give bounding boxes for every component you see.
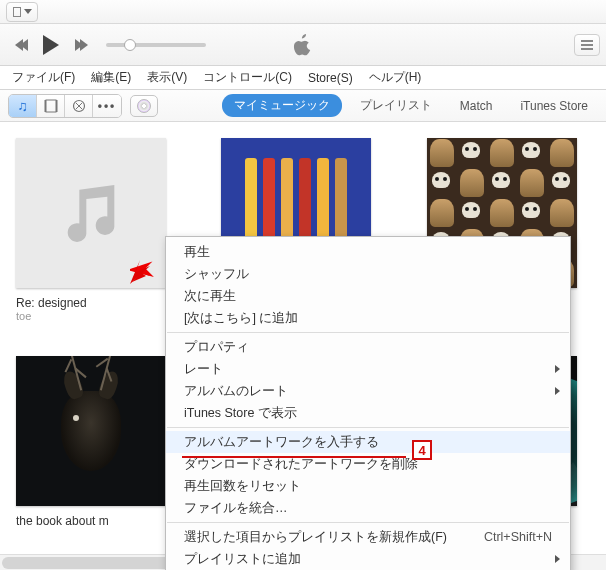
media-type-segmented: ♫ ••• bbox=[8, 94, 122, 118]
tab-itunes-store[interactable]: iTunes Store bbox=[510, 96, 598, 116]
cd-icon bbox=[137, 99, 151, 113]
context-menu: 再生 シャッフル 次に再生 [次はこちら] に追加 プロパティ レート アルバム… bbox=[165, 236, 571, 570]
ctx-add-upnext[interactable]: [次はこちら] に追加 bbox=[166, 307, 570, 329]
album-art-placeholder bbox=[16, 138, 166, 288]
album-artist: toe bbox=[16, 310, 166, 322]
svg-rect-0 bbox=[46, 100, 56, 112]
ctx-separator bbox=[167, 427, 569, 428]
album-art bbox=[16, 356, 166, 506]
tab-playlists[interactable]: プレイリスト bbox=[350, 94, 442, 117]
music-note-icon bbox=[56, 178, 126, 248]
apps-icon bbox=[72, 99, 86, 113]
ctx-separator bbox=[167, 332, 569, 333]
svg-rect-2 bbox=[56, 100, 58, 112]
ctx-item-label: 選択した項目からプレイリストを新規作成(F) bbox=[184, 529, 447, 546]
tab-my-music[interactable]: マイミュージック bbox=[222, 94, 342, 117]
annotation-underline bbox=[182, 456, 406, 458]
apple-logo bbox=[293, 24, 313, 66]
media-apps[interactable] bbox=[65, 95, 93, 117]
ctx-separator bbox=[167, 522, 569, 523]
ctx-play-next[interactable]: 次に再生 bbox=[166, 285, 570, 307]
sidebar-toggle-button[interactable] bbox=[6, 2, 38, 22]
menu-file[interactable]: ファイル(F) bbox=[6, 67, 81, 88]
next-button[interactable] bbox=[66, 30, 96, 60]
ctx-get-album-artwork[interactable]: アルバムアートワークを入手する bbox=[166, 431, 570, 453]
media-movies[interactable] bbox=[37, 95, 65, 117]
ctx-shortcut: Ctrl+Shift+N bbox=[464, 530, 552, 544]
ctx-reset-play-count[interactable]: 再生回数をリセット bbox=[166, 475, 570, 497]
volume-slider[interactable] bbox=[106, 43, 206, 47]
toolbar: ♫ ••• マイミュージック プレイリスト Match iTunes Store bbox=[0, 90, 606, 122]
titlebar bbox=[0, 0, 606, 24]
apple-icon bbox=[293, 34, 313, 56]
annotation-number-box: 4 bbox=[412, 440, 432, 460]
play-button[interactable] bbox=[36, 30, 66, 60]
album-title: Re: designed bbox=[16, 296, 166, 310]
menu-store[interactable]: Store(S) bbox=[302, 69, 359, 87]
menu-edit[interactable]: 編集(E) bbox=[85, 67, 137, 88]
media-more[interactable]: ••• bbox=[93, 95, 121, 117]
film-icon bbox=[44, 99, 58, 113]
ctx-shuffle[interactable]: シャッフル bbox=[166, 263, 570, 285]
menubar: ファイル(F) 編集(E) 表示(V) コントロール(C) Store(S) ヘ… bbox=[0, 66, 606, 90]
media-music[interactable]: ♫ bbox=[9, 95, 37, 117]
prev-icon bbox=[15, 39, 28, 51]
ctx-play[interactable]: 再生 bbox=[166, 241, 570, 263]
more-icon: ••• bbox=[98, 99, 117, 113]
playback-bar bbox=[0, 24, 606, 66]
ctx-add-to-playlist[interactable]: プレイリストに追加 bbox=[166, 548, 570, 570]
menu-control[interactable]: コントロール(C) bbox=[197, 67, 298, 88]
ctx-consolidate-files[interactable]: ファイルを統合… bbox=[166, 497, 570, 519]
next-icon bbox=[75, 39, 88, 51]
menu-help[interactable]: ヘルプ(H) bbox=[363, 67, 428, 88]
ctx-properties[interactable]: プロパティ bbox=[166, 336, 570, 358]
ctx-new-playlist-from-selection[interactable]: 選択した項目からプレイリストを新規作成(F) Ctrl+Shift+N bbox=[166, 526, 570, 548]
tab-match[interactable]: Match bbox=[450, 96, 503, 116]
play-icon bbox=[43, 35, 59, 55]
music-icon: ♫ bbox=[17, 98, 28, 114]
menu-view[interactable]: 表示(V) bbox=[141, 67, 193, 88]
ctx-rating[interactable]: レート bbox=[166, 358, 570, 380]
cd-button[interactable] bbox=[130, 95, 158, 117]
album-title: the book about m bbox=[16, 514, 166, 528]
album-item[interactable]: the book about m bbox=[16, 356, 179, 528]
album-item[interactable]: Re: designed toe bbox=[16, 138, 179, 322]
svg-rect-1 bbox=[44, 100, 46, 112]
miniplayer-button[interactable] bbox=[574, 34, 600, 56]
ctx-album-rating[interactable]: アルバムのレート bbox=[166, 380, 570, 402]
ctx-show-in-store[interactable]: iTunes Store で表示 bbox=[166, 402, 570, 424]
previous-button[interactable] bbox=[6, 30, 36, 60]
